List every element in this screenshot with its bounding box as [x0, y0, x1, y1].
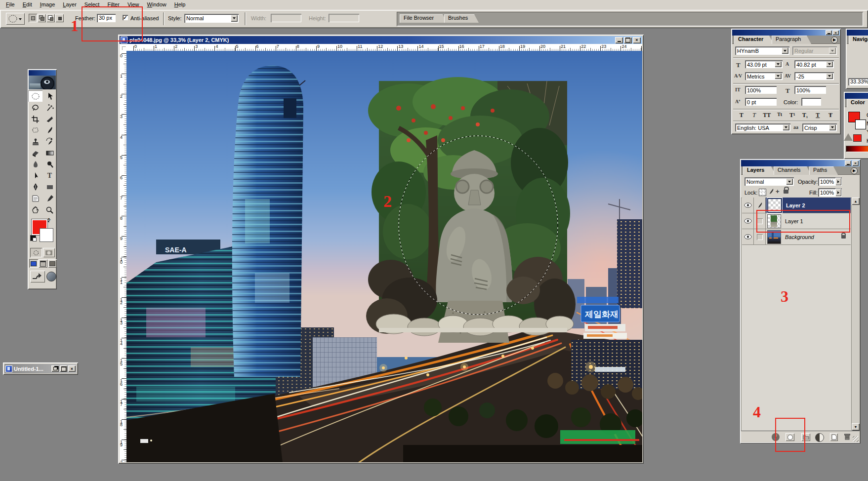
- delete-layer-button[interactable]: [844, 433, 851, 441]
- tool-pen[interactable]: [28, 181, 42, 193]
- character-palette-titlebar[interactable]: ×: [732, 30, 840, 36]
- small-caps-button[interactable]: Tt: [773, 112, 786, 120]
- tool-notes[interactable]: [28, 193, 42, 204]
- strikethrough-button[interactable]: Ŧ: [824, 112, 837, 120]
- tool-clone-stamp[interactable]: [28, 136, 42, 147]
- tab-paragraph[interactable]: Paragraph: [772, 36, 811, 44]
- font-family-arrow-icon[interactable]: [782, 47, 788, 54]
- minimize-button[interactable]: [615, 37, 623, 43]
- lock-transparency-icon[interactable]: [759, 189, 766, 196]
- anti-alias-dropdown[interactable]: Crisp: [802, 123, 837, 131]
- style-dropdown[interactable]: Normal: [184, 14, 239, 23]
- tool-gradient[interactable]: [42, 147, 57, 159]
- menu-help[interactable]: Help: [170, 0, 190, 8]
- kerning-arrow-icon[interactable]: [775, 73, 782, 79]
- text-color-swatch[interactable]: [801, 98, 821, 106]
- subscript-button[interactable]: T₁: [799, 112, 812, 120]
- opacity-slider-icon[interactable]: [835, 178, 841, 185]
- kerning-dropdown[interactable]: Metrics: [745, 72, 783, 80]
- tool-move[interactable]: [42, 90, 57, 102]
- tool-type[interactable]: T: [42, 170, 57, 181]
- blend-mode-arrow-icon[interactable]: [786, 178, 793, 185]
- selection-mode-new-button[interactable]: [29, 14, 37, 22]
- tool-history-brush[interactable]: [42, 136, 57, 147]
- lock-position-icon[interactable]: +: [776, 188, 780, 195]
- close-button[interactable]: ×: [68, 365, 76, 372]
- tool-slice[interactable]: [42, 113, 57, 124]
- fill-input[interactable]: 100%: [818, 188, 842, 197]
- document-titlebar[interactable]: pla04048.jpg @ 33,3% (Layer 2, CMYK) ×: [120, 36, 642, 44]
- layers-menu-icon[interactable]: ▶: [851, 167, 858, 174]
- tab-paths[interactable]: Paths: [809, 166, 838, 175]
- leading-arrow-icon[interactable]: [826, 61, 833, 67]
- style-dropdown-arrow-icon[interactable]: [231, 15, 238, 22]
- tool-blur[interactable]: [28, 159, 42, 170]
- lock-image-icon[interactable]: [768, 188, 775, 196]
- tool-patch[interactable]: [28, 124, 42, 136]
- visibility-toggle[interactable]: [742, 198, 754, 213]
- tool-eyedropper[interactable]: [42, 193, 57, 204]
- menu-edit[interactable]: Edit: [19, 0, 36, 8]
- ruler-corner[interactable]: [120, 44, 127, 51]
- horizontal-scale-input[interactable]: 100%: [794, 86, 826, 94]
- tool-shape-rectangle[interactable]: [42, 181, 57, 193]
- all-caps-button[interactable]: TT: [761, 112, 774, 120]
- maximize-button[interactable]: [60, 365, 67, 372]
- standard-mode-button[interactable]: [30, 248, 42, 257]
- blend-mode-dropdown[interactable]: Normal: [744, 177, 794, 186]
- fullscreen-menubar-button[interactable]: [39, 259, 47, 268]
- toolbox-titlebar[interactable]: [29, 70, 56, 76]
- tab-character[interactable]: Character: [734, 36, 774, 44]
- gamut-warning-icon[interactable]: [844, 133, 853, 141]
- tab-channels[interactable]: Channels: [774, 166, 811, 175]
- color-ramp[interactable]: [846, 146, 868, 152]
- tool-lasso[interactable]: [28, 102, 42, 113]
- tool-dodge[interactable]: [42, 159, 57, 170]
- tool-eraser[interactable]: [28, 147, 42, 159]
- tab-color[interactable]: Color: [847, 99, 868, 107]
- tool-path-selection[interactable]: [28, 170, 42, 181]
- baseline-shift-input[interactable]: 0 pt: [745, 98, 777, 106]
- leading-dropdown[interactable]: 40.82 pt: [794, 60, 834, 68]
- selection-mode-subtract-button[interactable]: [46, 14, 55, 22]
- canvas[interactable]: SAE-A: [126, 51, 642, 462]
- layers-titlebar[interactable]: ×: [741, 160, 860, 166]
- font-size-arrow-icon[interactable]: [775, 61, 782, 67]
- tool-zoom[interactable]: [42, 204, 57, 215]
- font-family-dropdown[interactable]: HYnamB: [735, 46, 789, 55]
- maximize-button[interactable]: [624, 37, 632, 43]
- layers-minimize-button[interactable]: [845, 160, 851, 166]
- default-colors-icon[interactable]: [30, 235, 36, 241]
- tool-elliptical-marquee[interactable]: [28, 90, 42, 102]
- menu-image[interactable]: Image: [36, 0, 59, 8]
- photoshop-logo[interactable]: [29, 76, 56, 89]
- resize-grip[interactable]: [853, 436, 859, 442]
- background-color-swatch[interactable]: [40, 228, 53, 242]
- tab-navigator[interactable]: Navigat: [849, 36, 868, 44]
- language-arrow-icon[interactable]: [783, 124, 789, 130]
- tool-hand[interactable]: [28, 204, 42, 215]
- close-button[interactable]: ×: [633, 37, 641, 43]
- fill-slider-icon[interactable]: [835, 189, 841, 196]
- layers-close-button[interactable]: ×: [852, 160, 859, 166]
- visibility-toggle[interactable]: [742, 213, 754, 229]
- menu-file[interactable]: File: [2, 0, 19, 8]
- opacity-input[interactable]: 100%: [818, 177, 842, 186]
- restore-button[interactable]: [51, 365, 59, 372]
- new-layer-button[interactable]: [830, 433, 838, 441]
- scroll-up-icon[interactable]: ▲: [852, 198, 860, 205]
- tracking-dropdown[interactable]: -25: [794, 72, 834, 80]
- jump-to-imageready-button[interactable]: [30, 271, 45, 282]
- quick-mask-mode-button[interactable]: [43, 248, 55, 257]
- underline-button[interactable]: T: [812, 112, 825, 120]
- visibility-toggle[interactable]: [742, 229, 754, 244]
- tab-brushes[interactable]: Brushes: [444, 14, 479, 23]
- gamut-color-swatch[interactable]: [853, 134, 862, 142]
- lock-all-icon[interactable]: [784, 190, 788, 194]
- navigator-titlebar[interactable]: [847, 30, 868, 36]
- color-palette-titlebar[interactable]: [845, 93, 868, 99]
- tool-magic-wand[interactable]: [42, 102, 57, 113]
- fullscreen-button[interactable]: [48, 259, 57, 268]
- tool-brush[interactable]: [42, 124, 57, 136]
- palette-menu-icon[interactable]: ▶: [831, 37, 838, 43]
